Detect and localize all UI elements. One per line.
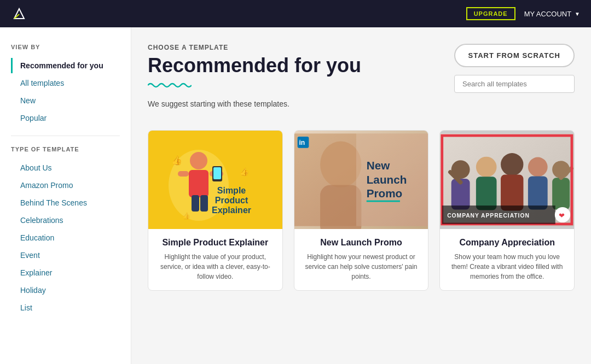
svg-rect-27: [366, 200, 399, 202]
svg-text:in: in: [299, 139, 305, 146]
svg-point-19: [320, 141, 361, 187]
sidebar-item-about-us[interactable]: About Us: [11, 160, 120, 175]
sidebar-item-new[interactable]: New: [11, 93, 120, 108]
svg-text:Launch: Launch: [366, 173, 407, 185]
nav-right: UPGRADE MY ACCOUNT ▼: [466, 7, 580, 20]
svg-rect-36: [528, 176, 548, 209]
company-appreciation-illustration: COMPANY APPRECIATION ❤: [440, 131, 574, 229]
my-account-menu[interactable]: MY ACCOUNT ▼: [524, 10, 580, 18]
top-nav: UPGRADE MY ACCOUNT ▼: [0, 0, 591, 27]
card-body-1: Simple Product Explainer Highlight the v…: [148, 229, 282, 290]
svg-text:👍: 👍: [182, 212, 190, 220]
svg-rect-38: [552, 178, 570, 209]
svg-text:COMPANY APPRECIATION: COMPANY APPRECIATION: [448, 212, 530, 218]
choose-template-label: CHOOSE A TEMPLATE: [148, 44, 361, 51]
svg-point-33: [501, 153, 523, 175]
launch-promo-illustration: in New Launch Promo: [294, 131, 428, 229]
subtitle: We suggest starting with these templates…: [148, 99, 361, 108]
card-title-1: Simple Product Explainer: [157, 238, 274, 248]
content-header: CHOOSE A TEMPLATE Recommended for you We…: [148, 44, 575, 121]
type-of-template-label: TYPE OF TEMPLATE: [11, 146, 120, 152]
upgrade-button[interactable]: UPGRADE: [466, 7, 515, 20]
sidebar-item-popular[interactable]: Popular: [11, 110, 120, 126]
template-card-company-appreciation[interactable]: COMPANY APPRECIATION ❤ Company Appreciat…: [439, 130, 575, 291]
svg-point-31: [476, 156, 497, 177]
wavy-decoration: [148, 82, 192, 89]
svg-text:Explainer: Explainer: [212, 206, 251, 215]
svg-text:Product: Product: [215, 196, 248, 205]
svg-point-35: [528, 157, 548, 177]
sidebar-item-celebrations[interactable]: Celebrations: [11, 213, 120, 228]
page-title: Recommended for you: [148, 55, 361, 77]
svg-rect-32: [476, 177, 497, 210]
main-layout: VIEW BY Recommended for you All template…: [0, 27, 591, 364]
sidebar-item-all-templates[interactable]: All templates: [11, 75, 120, 91]
sidebar-item-behind-the-scenes[interactable]: Behind The Scenes: [11, 195, 120, 210]
view-by-label: VIEW BY: [11, 44, 120, 50]
my-account-label: MY ACCOUNT: [524, 10, 571, 18]
search-input[interactable]: [454, 75, 575, 93]
product-explainer-illustration: 👍 👍 👍 Simple Product Explainer: [155, 131, 275, 229]
content-area: CHOOSE A TEMPLATE Recommended for you We…: [131, 27, 591, 364]
svg-text:❤: ❤: [559, 211, 565, 219]
sidebar-item-explainer[interactable]: Explainer: [11, 265, 120, 280]
logo[interactable]: [11, 5, 27, 22]
start-from-scratch-button[interactable]: START FROM SCRATCH: [454, 44, 575, 67]
card-title-2: New Launch Promo: [303, 238, 420, 248]
card-desc-2: Highlight how your newest product or ser…: [303, 252, 420, 281]
card-desc-1: Highlight the value of your product, ser…: [157, 252, 274, 281]
svg-text:👍: 👍: [240, 167, 250, 177]
cards-grid: 👍 👍 👍 Simple Product Explainer Simple Pr…: [148, 130, 575, 291]
card-image-2: in New Launch Promo: [294, 131, 428, 229]
sidebar-divider: [11, 136, 120, 136]
sidebar-item-education[interactable]: Education: [11, 230, 120, 245]
svg-text:👍: 👍: [171, 155, 182, 166]
title-section: CHOOSE A TEMPLATE Recommended for you We…: [148, 44, 361, 121]
svg-rect-7: [200, 195, 208, 212]
svg-point-4: [190, 152, 207, 169]
svg-text:New: New: [366, 159, 390, 172]
svg-rect-6: [192, 195, 199, 212]
card-body-2: New Launch Promo Highlight how your newe…: [294, 229, 428, 290]
template-card-new-launch-promo[interactable]: in New Launch Promo New Launch Promo Hig…: [294, 130, 429, 291]
svg-rect-20: [320, 185, 361, 229]
card-image-1: 👍 👍 👍 Simple Product Explainer: [148, 131, 282, 229]
template-card-simple-product-explainer[interactable]: 👍 👍 👍 Simple Product Explainer Simple Pr…: [148, 130, 283, 291]
card-title-3: Company Appreciation: [449, 238, 565, 248]
sidebar-item-holiday[interactable]: Holiday: [11, 283, 120, 298]
sidebar-item-list[interactable]: List: [11, 300, 120, 315]
card-body-3: Company Appreciation Show your team how …: [440, 229, 574, 290]
svg-rect-5: [189, 170, 208, 197]
sidebar-item-recommended[interactable]: Recommended for you: [11, 58, 120, 73]
sidebar: VIEW BY Recommended for you All template…: [0, 27, 131, 364]
svg-text:Simple: Simple: [217, 186, 246, 195]
svg-rect-11: [213, 167, 221, 179]
card-desc-3: Show your team how much you love them! C…: [449, 252, 565, 281]
svg-rect-34: [501, 174, 523, 210]
sidebar-item-event[interactable]: Event: [11, 248, 120, 263]
svg-text:Promo: Promo: [366, 187, 402, 199]
card-image-3: COMPANY APPRECIATION ❤: [440, 131, 574, 229]
header-right: START FROM SCRATCH: [454, 44, 575, 93]
svg-rect-8: [178, 171, 189, 177]
chevron-down-icon: ▼: [575, 11, 580, 17]
sidebar-item-amazon-promo[interactable]: Amazon Promo: [11, 178, 120, 193]
